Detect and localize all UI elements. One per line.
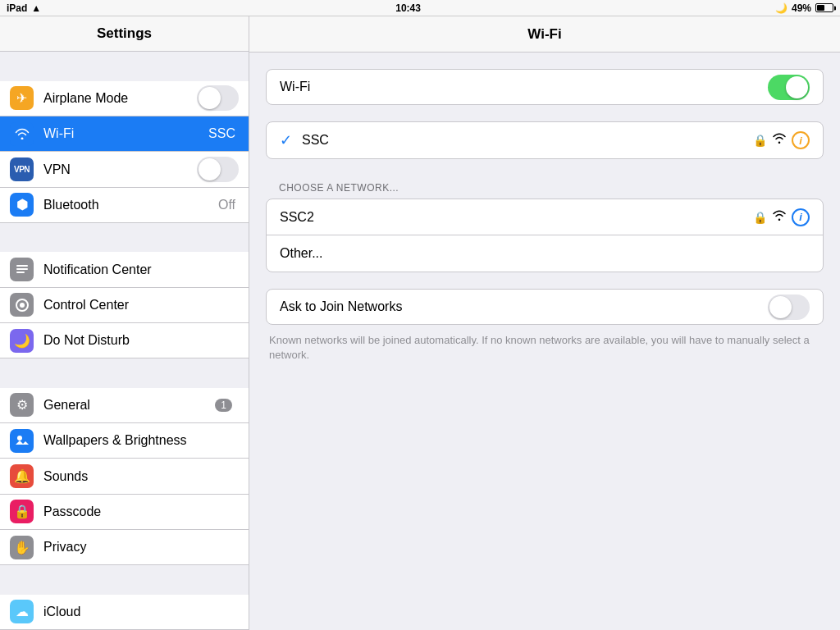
group-gap-2 <box>0 223 249 252</box>
vpn-toggle[interactable] <box>197 157 239 182</box>
connected-network-name: SSC <box>302 133 753 148</box>
status-bar: iPad ▲ 10:43 🌙 49% <box>0 0 840 16</box>
airplane-toggle[interactable] <box>197 85 239 111</box>
do-not-disturb-label: Do Not Disturb <box>43 333 239 348</box>
ask-join-section: Ask to Join Networks Known networks will… <box>266 289 824 363</box>
general-badge: 1 <box>215 399 232 412</box>
passcode-label: Passcode <box>43 504 239 519</box>
svg-point-4 <box>20 303 25 308</box>
icloud-icon: ☁ <box>10 600 34 623</box>
wifi-label: Wi-Fi <box>43 126 208 141</box>
connected-network: ✓ SSC 🔒 i <box>266 121 824 159</box>
battery-percent: 49% <box>792 2 811 14</box>
ssc2-icons: 🔒 i <box>753 208 810 226</box>
networks-list: SSC2 🔒 i <box>266 199 824 272</box>
content-header: Wi-Fi <box>249 16 840 52</box>
airplane-label: Airplane Mode <box>43 91 197 106</box>
svg-rect-0 <box>16 265 28 267</box>
bluetooth-icon: ⬢ <box>10 193 34 217</box>
sidebar-item-icloud[interactable]: ☁ iCloud <box>0 595 249 630</box>
sidebar-item-general[interactable]: ⚙ General 1 <box>0 388 249 423</box>
status-left: iPad ▲ <box>7 2 41 14</box>
wifi-toggle-label: Wi-Fi <box>280 80 768 94</box>
sounds-icon: 🔔 <box>10 464 34 488</box>
main-layout: Settings ✈ Airplane Mode Wi-Fi SSC <box>0 16 840 630</box>
privacy-icon: ✋ <box>10 536 34 559</box>
sidebar-item-privacy[interactable]: ✋ Privacy <box>0 530 249 565</box>
vpn-toggle-knob <box>199 158 221 180</box>
battery-icon <box>815 3 833 12</box>
bluetooth-label: Bluetooth <box>43 198 218 212</box>
sidebar: Settings ✈ Airplane Mode Wi-Fi SSC <box>0 16 249 630</box>
group-gap-1 <box>0 52 249 80</box>
privacy-label: Privacy <box>43 540 239 555</box>
airplane-toggle-knob <box>199 87 221 109</box>
vpn-icon: VPN <box>10 158 34 181</box>
wifi-status-icon: ▲ <box>31 2 41 14</box>
bluetooth-value: Off <box>218 198 235 212</box>
wifi-value: SSC <box>208 126 235 141</box>
sidebar-item-wallpapers[interactable]: Wallpapers & Brightness <box>0 423 249 459</box>
vpn-label: VPN <box>43 162 197 177</box>
ssc2-lock-icon: 🔒 <box>753 211 767 224</box>
network-name-ssc2: SSC2 <box>280 210 753 225</box>
wifi-toggle-row[interactable]: Wi-Fi <box>266 69 824 105</box>
general-icon: ⚙ <box>10 393 34 417</box>
lock-icon: 🔒 <box>753 134 767 147</box>
network-row-other[interactable]: Other... <box>267 235 823 272</box>
passcode-icon: 🔒 <box>10 500 34 523</box>
ssc2-info-button[interactable]: i <box>792 208 810 226</box>
svg-rect-2 <box>16 272 25 273</box>
choose-network-section: CHOOSE A NETWORK... SSC2 🔒 <box>266 176 824 272</box>
svg-point-5 <box>17 436 22 441</box>
ask-join-toggle-knob <box>769 296 792 318</box>
ipad-label: iPad <box>7 2 27 14</box>
control-center-icon <box>10 293 34 317</box>
moon-icon: 🌙 <box>775 2 788 14</box>
sidebar-item-sounds[interactable]: 🔔 Sounds <box>0 459 249 494</box>
svg-rect-1 <box>16 268 28 270</box>
sidebar-header: Settings <box>0 16 249 52</box>
checkmark-icon: ✓ <box>280 131 292 149</box>
connected-row[interactable]: ✓ SSC 🔒 i <box>267 122 823 158</box>
network-row-ssc2[interactable]: SSC2 🔒 i <box>267 199 823 235</box>
do-not-disturb-icon: 🌙 <box>10 329 34 353</box>
sidebar-item-notification-center[interactable]: Notification Center <box>0 252 249 287</box>
ask-join-description: Known networks will be joined automatica… <box>266 333 824 363</box>
notification-center-icon <box>10 258 34 281</box>
airplane-icon: ✈ <box>10 86 34 110</box>
sidebar-item-do-not-disturb[interactable]: 🌙 Do Not Disturb <box>0 323 249 358</box>
wifi-toggle-knob <box>786 76 808 98</box>
network-other: Other... <box>280 246 810 261</box>
sidebar-item-passcode[interactable]: 🔒 Passcode <box>0 495 249 530</box>
icloud-label: iCloud <box>43 605 239 619</box>
network-icons: 🔒 i <box>753 131 810 149</box>
content-body: Wi-Fi ✓ SSC 🔒 <box>249 52 840 379</box>
sidebar-item-wifi[interactable]: Wi-Fi SSC <box>0 116 249 152</box>
wifi-signal-icon <box>772 133 787 148</box>
group-gap-4 <box>0 565 249 594</box>
choose-network-label: CHOOSE A NETWORK... <box>266 176 824 199</box>
status-right: 🌙 49% <box>775 2 833 14</box>
status-time: 10:43 <box>395 2 421 14</box>
notification-center-label: Notification Center <box>43 262 239 277</box>
sidebar-title: Settings <box>97 25 152 42</box>
wifi-icon <box>10 122 34 146</box>
content-panel: Wi-Fi Wi-Fi ✓ SSC 🔒 <box>249 16 840 630</box>
ask-join-row[interactable]: Ask to Join Networks <box>266 289 824 325</box>
group-gap-3 <box>0 358 249 387</box>
sidebar-item-airplane[interactable]: ✈ Airplane Mode <box>0 81 249 116</box>
wifi-main-toggle[interactable] <box>768 75 810 100</box>
ask-join-label: Ask to Join Networks <box>280 299 768 314</box>
wallpapers-label: Wallpapers & Brightness <box>43 433 239 448</box>
wallpapers-icon <box>10 429 34 453</box>
control-center-label: Control Center <box>43 298 239 313</box>
ask-join-toggle[interactable] <box>768 294 810 320</box>
sidebar-item-bluetooth[interactable]: ⬢ Bluetooth Off <box>0 188 249 223</box>
ssc2-wifi-icon <box>772 210 787 225</box>
sidebar-item-vpn[interactable]: VPN VPN <box>0 152 249 187</box>
connected-info-button[interactable]: i <box>792 131 810 149</box>
sounds-label: Sounds <box>43 469 239 484</box>
sidebar-item-control-center[interactable]: Control Center <box>0 288 249 323</box>
content-title: Wi-Fi <box>527 26 561 43</box>
